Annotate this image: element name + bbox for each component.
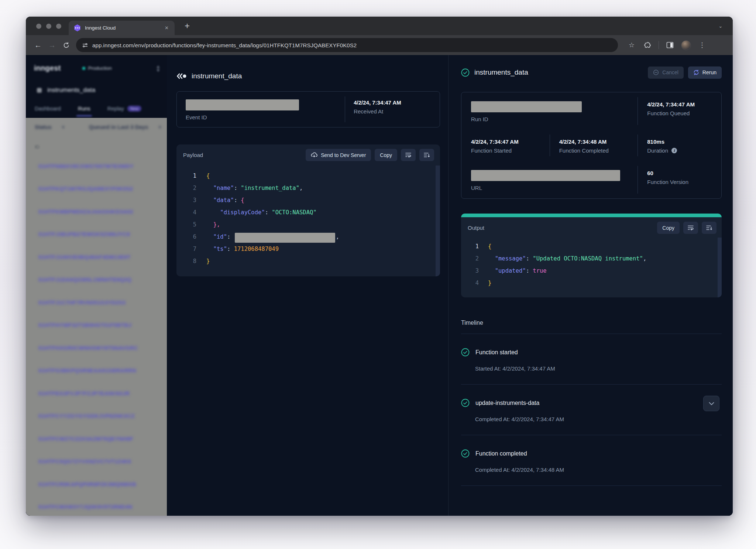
close-tab-icon[interactable]: ✕ xyxy=(162,24,171,32)
back-button[interactable]: ← xyxy=(31,38,45,52)
environment-caret-icon[interactable]: ▲▼ xyxy=(156,65,160,72)
code-text: }, xyxy=(206,219,220,231)
bookmark-star-icon[interactable]: ☆ xyxy=(627,40,636,50)
tab-title: Inngest Cloud xyxy=(85,25,162,31)
run-id-row[interactable]: 01HTFCWZ7CZ2X3AZM75QEYNH8F xyxy=(26,427,167,450)
tab-strip: Inngest Cloud ✕ + ⌄ xyxy=(26,17,733,35)
function-started-cell: 4/2/24, 7:34:47 AM Function Started xyxy=(461,130,550,161)
timeline-item: update-instruments-dataCompleted At: 4/2… xyxy=(461,385,722,435)
run-id-row[interactable]: 01HTFHYWF32TSB9HGT01F5BTBJ xyxy=(26,314,167,337)
code-text: "ts": 1712068487049 xyxy=(206,243,279,255)
word-wrap-button[interactable] xyxy=(401,149,416,161)
run-id-row[interactable]: 01HTFKQT1M7RSJQABEXYF0K0S2 xyxy=(26,178,167,201)
function-icon xyxy=(37,88,42,93)
code-text: "updated": true xyxy=(488,265,547,277)
sidebar-tabs: DashboardRunsReplayNew xyxy=(35,106,167,116)
function-queued-cell: 4/2/24, 7:34:47 AM Function Queued xyxy=(638,92,721,130)
run-id-row[interactable]: 01HTFCMXW3Y7JQ0K9V5T2R8D4N xyxy=(26,496,167,516)
sidebar-tab-dashboard[interactable]: Dashboard xyxy=(35,106,61,116)
browser-tab[interactable]: Inngest Cloud ✕ xyxy=(69,21,175,35)
tab-search-chevron-icon[interactable]: ⌄ xyxy=(716,22,725,30)
run-id-row[interactable]: 01HTFKMBPMD0ZAJ4AG04KD3A02 xyxy=(26,200,167,223)
expand-lines-button[interactable] xyxy=(419,149,434,161)
event-id-label: Event ID xyxy=(186,114,336,120)
event-details-panel: instrument_data Event ID 4/2/24, 7:34:47… xyxy=(167,55,449,516)
address-bar[interactable]: app.inngest.com/env/production/functions… xyxy=(76,38,618,52)
environment-label: Production xyxy=(88,65,112,71)
chevron-down-icon: ▼ xyxy=(158,125,162,129)
sort-expand-icon xyxy=(706,225,712,231)
run-id-row[interactable]: 01HTFJ1DA6Q2385L1WNHTE9Q2Q xyxy=(26,269,167,291)
code-line: 7"ts": 1712068487049 xyxy=(176,243,440,255)
send-to-dev-server-button[interactable]: Send to Dev Server xyxy=(306,149,371,161)
inngest-favicon-icon xyxy=(74,24,81,31)
redacted-value xyxy=(235,233,335,243)
payload-copy-button[interactable]: Copy xyxy=(375,149,397,161)
timeline-item: Function completedCompleted At: 4/2/2024… xyxy=(461,435,722,486)
line-number: 3 xyxy=(461,265,479,277)
profile-avatar[interactable] xyxy=(681,40,691,50)
word-wrap-icon xyxy=(405,152,412,158)
code-line: 8} xyxy=(176,255,440,267)
new-tab-button[interactable]: + xyxy=(182,21,193,31)
line-number: 3 xyxy=(176,194,196,207)
timeline-item-timestamp: Completed At: 4/2/2024, 7:34:47 AM xyxy=(475,416,722,422)
output-word-wrap-button[interactable] xyxy=(683,222,698,234)
cancel-circle-icon xyxy=(653,69,659,75)
sidebar-tab-replay[interactable]: ReplayNew xyxy=(107,106,141,116)
reload-button[interactable] xyxy=(59,38,73,52)
sidebar-tab-runs[interactable]: Runs xyxy=(78,106,90,116)
code-text: { xyxy=(488,241,491,253)
code-line: 3"updated": true xyxy=(461,265,722,277)
side-panel-icon[interactable] xyxy=(665,40,675,50)
code-line: 5}, xyxy=(176,219,440,231)
run-id-label: Run ID xyxy=(471,116,628,122)
output-expand-lines-button[interactable] xyxy=(702,222,717,234)
run-id-row[interactable]: 01HTFEG3FVJP7FZJP7EA5KN3JR xyxy=(26,382,167,405)
line-number: 4 xyxy=(176,207,196,219)
rerun-button[interactable]: Rerun xyxy=(688,67,722,79)
toolbar-divider xyxy=(659,41,659,49)
inngest-logo[interactable]: inngest xyxy=(34,64,61,72)
extensions-icon[interactable] xyxy=(643,40,652,50)
minimize-window-button[interactable] xyxy=(46,24,51,29)
run-id-row[interactable]: 01HTFCR9KAPQP0R8PZK3MQNMXB xyxy=(26,473,167,496)
payload-scrollbar[interactable] xyxy=(436,166,440,276)
info-icon[interactable]: i xyxy=(671,148,677,153)
run-id-row[interactable]: 01HTFJ1C7HF7RVN051G3YD2S3 xyxy=(26,291,167,314)
received-at-cell: 4/2/24, 7:34:47 AM Received At xyxy=(345,92,440,127)
run-id-row[interactable]: 01HTFN86XV8CXWS7657W7E3WDY xyxy=(26,155,167,178)
sidebar: inngest Production ▲▼ instruments_data D… xyxy=(26,55,167,516)
chevron-down-icon xyxy=(709,402,714,405)
expand-step-button[interactable] xyxy=(703,396,719,411)
code-text: "id": , xyxy=(206,231,339,243)
run-id-row[interactable]: 01HTFG3BKPQSR9EAA91GBRARRN xyxy=(26,359,167,382)
environment-selector[interactable]: Production xyxy=(82,65,112,71)
site-settings-icon[interactable] xyxy=(82,42,88,48)
run-id-row[interactable]: 01HTFJ1HHVE0BQ48AF4DM13E9T xyxy=(26,246,167,269)
browser-menu-icon[interactable]: ⋮ xyxy=(697,40,707,50)
maximize-window-button[interactable] xyxy=(56,24,61,29)
output-copy-button[interactable]: Copy xyxy=(657,222,680,234)
timeline-item-title: Function completed xyxy=(475,450,527,457)
code-text: "message": "Updated OCTO:NASDAQ instrume… xyxy=(488,253,646,265)
line-number: 7 xyxy=(176,243,196,255)
run-id-row[interactable]: 01HTFC5QG7ZYVXNZVC7VT1Z4K6 xyxy=(26,450,167,473)
forward-button[interactable]: → xyxy=(45,38,59,52)
cancel-button[interactable]: Cancel xyxy=(648,67,684,79)
close-window-button[interactable] xyxy=(36,24,41,29)
desktop: { "browser": { "tab_title": "Inngest Clo… xyxy=(0,0,756,549)
output-scrollbar[interactable] xyxy=(718,238,722,297)
run-id-list: 01HTFN86XV8CXWS7657W7E3WDY01HTFKQT1M7RSJ… xyxy=(26,155,167,516)
url-cell: URL xyxy=(461,161,638,198)
run-id-row[interactable]: 01HTFJ3B1PB27EWGK5Z086JYC8 xyxy=(26,223,167,246)
run-title: instruments_data xyxy=(474,68,648,76)
event-id-cell: Event ID xyxy=(177,92,345,127)
success-check-icon xyxy=(461,68,470,77)
status-filter-dropdown[interactable]: Status▼ xyxy=(35,124,65,130)
timeline-item-timestamp: Started At: 4/2/2024, 7:34:47 AM xyxy=(475,365,722,372)
run-id-row[interactable]: 01HTFCYYZGYGYGDKJVP82NKXCZ xyxy=(26,405,167,428)
run-id-row[interactable]: 01HTFHXGR0CWNHSWY8T5NAVGRC xyxy=(26,337,167,359)
time-range-filter-dropdown[interactable]: Queued in Last 3 Days▼ xyxy=(89,124,162,130)
code-text: { xyxy=(206,170,210,182)
